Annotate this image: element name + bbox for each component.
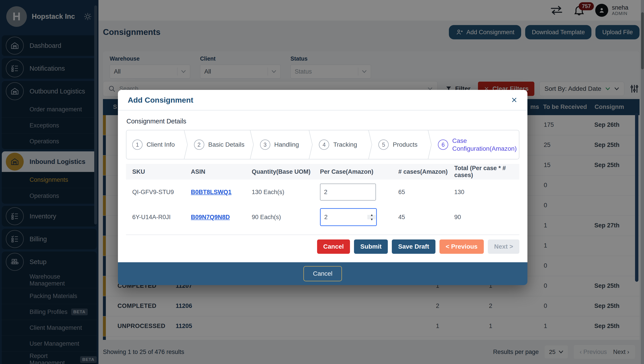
step-label: Basic Details — [208, 141, 245, 148]
stepper-up-icon[interactable]: ▲ — [370, 213, 374, 217]
app-window: H Hopstack Inc Dashboard Notifications O… — [0, 0, 644, 364]
step-products[interactable]: 5 Products — [373, 130, 428, 159]
step-number: 2 — [194, 140, 204, 150]
previous-step-button[interactable]: < Previous — [440, 240, 484, 254]
step-number: 1 — [132, 140, 143, 150]
col-quantity: Quantity(Base UOM) — [245, 168, 314, 175]
stepper-down-icon[interactable]: ▼ — [370, 218, 374, 221]
row-cases: 65 — [392, 189, 448, 196]
next-step-button[interactable]: Next > — [488, 240, 519, 254]
case-table-row: QI-GFV9-STU9 B0BT8LSWQ1 130 Each(s) 65 1… — [126, 180, 519, 204]
row-cases: 45 — [392, 214, 448, 221]
case-configuration-table: SKU ASIN Quantity(Base UOM) Per Case(Ama… — [126, 164, 519, 230]
submit-button[interactable]: Submit — [354, 240, 388, 254]
modal-actions: Cancel Submit Save Draft < Previous Next… — [126, 240, 519, 258]
asin-link[interactable]: B09N7Q9N8D — [191, 214, 230, 220]
step-number: 5 — [378, 140, 389, 150]
step-number: 6 — [438, 140, 448, 150]
asin-link[interactable]: B0BT8LSWQ1 — [191, 189, 232, 196]
step-separator — [308, 130, 313, 159]
step-separator — [184, 130, 188, 159]
step-label: Client Info — [147, 141, 175, 148]
step-case-configuration[interactable]: 6 Case Configuration(Amazon) — [432, 130, 519, 159]
step-number: 4 — [319, 140, 329, 150]
col-asin: ASIN — [185, 168, 245, 175]
step-label: Case Configuration(Amazon) — [452, 137, 517, 152]
row-quantity: 130 Each(s) — [245, 189, 314, 196]
row-total: 90 — [448, 214, 519, 221]
number-stepper[interactable]: ▲▼ — [368, 215, 376, 219]
step-basic-details[interactable]: 2 Basic Details — [188, 130, 250, 159]
step-tracking[interactable]: 4 Tracking — [313, 130, 368, 159]
col-total: Total (Per case * # cases) — [448, 165, 519, 179]
modal-section-title: Consignment Details — [126, 118, 519, 125]
row-sku: QI-GFV9-STU9 — [126, 189, 185, 196]
step-separator — [368, 130, 373, 159]
modal-header: Add Consignment — [118, 90, 527, 110]
per-case-input[interactable] — [320, 184, 376, 200]
col-cases: # cases(Amazon) — [392, 168, 448, 175]
step-client-info[interactable]: 1 Client Info — [126, 130, 184, 159]
row-total: 130 — [448, 189, 519, 196]
close-icon[interactable] — [511, 96, 518, 103]
wizard-steps: 1 Client Info 2 Basic Details 3 Handling — [126, 130, 519, 160]
step-separator — [250, 130, 254, 159]
save-draft-button[interactable]: Save Draft — [392, 240, 435, 254]
step-handling[interactable]: 3 Handling — [254, 130, 309, 159]
step-separator — [428, 130, 432, 159]
step-label: Products — [393, 141, 418, 148]
case-table-header: SKU ASIN Quantity(Base UOM) Per Case(Ama… — [126, 164, 519, 180]
footer-cancel-button[interactable]: Cancel — [303, 266, 342, 281]
divider — [126, 234, 519, 235]
case-table-row: 6Y-U14A-R0JI B09N7Q9N8D 90 Each(s) ▲▼ 45… — [126, 204, 519, 230]
modal-footer-band: Cancel — [118, 262, 527, 285]
cancel-button[interactable]: Cancel — [317, 240, 350, 254]
add-consignment-modal: Add Consignment Consignment Details 1 Cl… — [118, 90, 527, 285]
row-sku: 6Y-U14A-R0JI — [126, 214, 185, 221]
modal-title: Add Consignment — [128, 96, 193, 104]
row-quantity: 90 Each(s) — [245, 214, 314, 221]
col-per-case: Per Case(Amazon) — [314, 168, 392, 175]
step-label: Handling — [274, 141, 299, 148]
step-label: Tracking — [333, 141, 357, 148]
col-sku: SKU — [126, 168, 185, 175]
step-number: 3 — [260, 140, 270, 150]
